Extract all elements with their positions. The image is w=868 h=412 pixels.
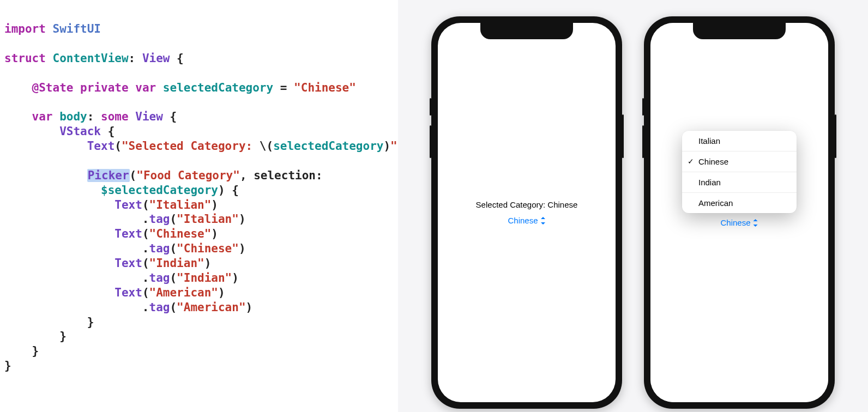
- picker-value: Chinese: [720, 218, 750, 227]
- phone-notch: [480, 23, 573, 39]
- chevron-up-down-icon: [540, 217, 546, 225]
- menu-item-italian[interactable]: Italian: [682, 131, 797, 151]
- code-editor-pane: import SwiftUI struct ContentView: View …: [0, 0, 398, 412]
- checkmark-icon: ✓: [688, 157, 694, 166]
- chevron-up-down-icon: [753, 219, 758, 227]
- menu-item-chinese[interactable]: ✓Chinese: [682, 151, 797, 172]
- phone-screen: Italian✓ChineseIndianAmerican Chinese: [650, 23, 828, 402]
- picker-button[interactable]: Chinese: [720, 218, 758, 227]
- phone-screen: Selected Category: Chinese Chinese: [438, 23, 616, 402]
- menu-item-label: American: [698, 198, 733, 208]
- phone-mockup-expanded: Italian✓ChineseIndianAmerican Chinese: [644, 16, 835, 409]
- picker-button[interactable]: Chinese: [508, 216, 545, 225]
- picker-menu: Italian✓ChineseIndianAmerican: [682, 131, 797, 213]
- menu-item-american[interactable]: American: [682, 192, 797, 213]
- selected-category-label: Selected Category: Chinese: [476, 200, 578, 209]
- picker-value: Chinese: [508, 216, 538, 225]
- phone-mockup-collapsed: Selected Category: Chinese Chinese: [431, 16, 622, 409]
- menu-item-label: Italian: [698, 136, 720, 146]
- preview-pane: Selected Category: Chinese Chinese Itali…: [398, 0, 868, 412]
- source-code[interactable]: import SwiftUI struct ContentView: View …: [4, 22, 394, 373]
- menu-item-label: Indian: [698, 178, 721, 187]
- menu-item-label: Chinese: [698, 157, 728, 166]
- phone-notch: [693, 23, 786, 39]
- menu-item-indian[interactable]: Indian: [682, 172, 797, 192]
